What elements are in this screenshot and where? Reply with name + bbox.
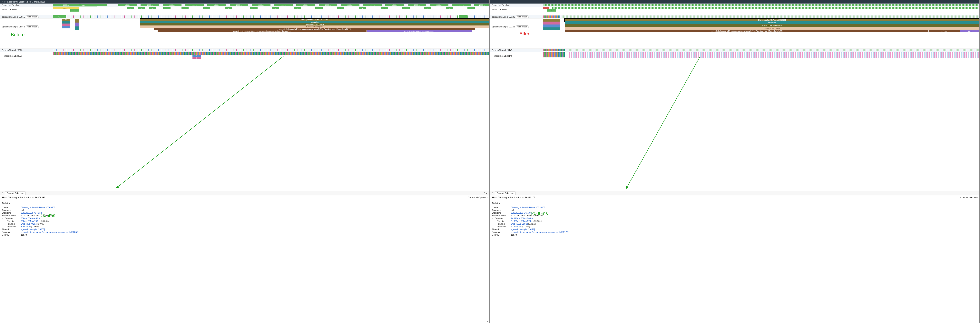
expected-frame-block[interactable]: 1600… <box>230 4 248 6</box>
slice-tiny[interactable] <box>543 22 560 24</box>
slice-tiny[interactable] <box>459 15 468 18</box>
slice-compose-recompose[interactable]: Compose:recompose <box>140 25 489 28</box>
slice-tiny[interactable] <box>75 19 79 22</box>
kv-value-sleeping[interactable]: 2s 301ms 882us 574ns <box>511 220 533 222</box>
chevron-down-icon[interactable]: ⌄ <box>486 192 488 194</box>
track-label-actual[interactable]: Actual Timeline <box>490 7 543 12</box>
actual-frame-small[interactable]: 1 <box>315 7 323 9</box>
track-label-renderthread[interactable]: RenderThread 29145 <box>490 49 543 52</box>
thread-activity-strip[interactable] <box>543 49 565 51</box>
slice-tiny[interactable] <box>543 24 560 27</box>
actual-frame-small[interactable]: 1 <box>359 7 366 9</box>
actual-frame-small[interactable]: 1 <box>127 7 134 9</box>
kv-value-thread[interactable]: egressionsample [29126] <box>511 228 535 231</box>
slice-choreographer-doframe[interactable]: Choreographer#doFrame 16009435 <box>140 19 489 21</box>
kv-key-running[interactable]: ›Running <box>492 223 508 225</box>
actual-frame-small[interactable]: 1 <box>446 7 453 9</box>
kv-value-process[interactable]: com.github.theapache64.composeregression… <box>21 231 79 233</box>
track-label-thread[interactable]: egressionsample 28855 main thread <box>0 19 53 35</box>
kv-value-thread[interactable]: egressionsample [28855] <box>21 228 45 231</box>
slice-tiny[interactable] <box>543 19 560 22</box>
track-label-expected[interactable]: Expected Timeline <box>0 3 53 7</box>
kv-value-starttime[interactable]: 00:00:35.656 414 332 <box>21 212 42 214</box>
slice-recomposer[interactable]: Recomposer:recompose <box>565 24 979 27</box>
expected-frame-block[interactable]: 1600… <box>408 4 426 6</box>
kv-value-sleeping[interactable]: 300ms 385us 706ns <box>21 220 40 222</box>
more-icon[interactable]: ⋮ <box>1 191 4 195</box>
expected-frame-block[interactable]: 1600… <box>140 4 159 6</box>
kv-value-starttime[interactable]: 00:00:09.193 241 706 <box>511 212 532 214</box>
thread-activity-strip[interactable] <box>569 49 979 51</box>
actual-frame-small[interactable]: 1 <box>294 7 301 9</box>
slice-tiny[interactable] <box>75 27 79 30</box>
timeline-region[interactable]: Expected Timeline 1600… 1600… 1600… 1600… <box>0 3 489 191</box>
actual-frame-small[interactable]: 1 <box>203 7 210 9</box>
track-label-renderthread[interactable]: RenderThread 28873 <box>0 49 53 52</box>
thread-activity-strip[interactable] <box>53 49 489 51</box>
expected-frame-block[interactable]: 1600… <box>118 4 137 6</box>
chevron-right-icon[interactable]: › <box>2 223 3 225</box>
expected-frame-block[interactable]: 1600… <box>341 4 360 6</box>
chevron-down-icon[interactable]: ⌄ <box>492 217 493 219</box>
expected-frame-block[interactable]: 1600… <box>70 4 97 6</box>
slice-tiny[interactable]: C <box>62 19 70 21</box>
chevron-up-icon[interactable]: ⌃ <box>2 1 3 3</box>
slice-compose-recompose[interactable]: Compose:recompose <box>565 27 979 30</box>
actual-frame-small[interactable]: 1 <box>70 10 79 11</box>
kv-value-name[interactable]: Choreographer#doFrame 16010105 <box>511 206 545 208</box>
slice-tiny[interactable] <box>62 24 70 26</box>
expected-frame-block[interactable]: 1600… <box>296 4 315 6</box>
slice-render-p[interactable]: p <box>192 57 201 59</box>
expected-frame-block[interactable]: 1600… <box>452 4 471 6</box>
slice-animation[interactable]: animation <box>140 21 489 23</box>
contextual-options-button[interactable]: Contextual Options ▾ <box>468 196 488 199</box>
expected-frame-block[interactable]: 1600… <box>319 4 337 6</box>
slice-mainactivity-myapp[interactable]: com.github.theapache64.composeregression… <box>565 30 929 32</box>
slice-tiny[interactable]: R… <box>53 15 66 18</box>
slice-recomposer[interactable]: Recomposer:recompose <box>140 23 489 25</box>
slice-composere[interactable]: com.github.theapache64.composere… <box>367 30 472 32</box>
actual-frame-small[interactable]: 1 <box>149 7 156 9</box>
thread-activity-strip[interactable] <box>53 53 489 55</box>
thread-activity-strip[interactable] <box>53 16 489 18</box>
kv-value-duration[interactable]: 2s 311ms 558us 564ns <box>511 217 533 220</box>
expected-frame-block[interactable]: 1600… <box>430 4 449 6</box>
actual-frame-small[interactable]: 1 <box>402 7 410 9</box>
slice-tiny[interactable] <box>62 21 70 24</box>
contextual-options-button[interactable]: Contextual Option <box>960 196 978 199</box>
tab-current-selection[interactable]: Current Selection <box>495 191 515 195</box>
actual-frame-small[interactable]: 1 <box>337 7 344 9</box>
actual-frame-block-selected[interactable]: 1600… <box>53 7 79 9</box>
kv-value-running[interactable]: 9ms 468us 908ns <box>511 223 528 225</box>
slice-tiny[interactable] <box>62 26 70 29</box>
thread-activity-strip[interactable] <box>563 16 979 18</box>
slice-tiny[interactable] <box>75 22 79 27</box>
actual-frame-small[interactable]: 1 <box>424 7 431 9</box>
thread-activity-strip[interactable] <box>543 16 560 18</box>
expected-frame-block[interactable]: 1600… <box>363 4 382 6</box>
kv-value-name[interactable]: Choreographer#doFrame 16009435 <box>21 206 55 208</box>
slice-comgit[interactable]: com.git… <box>929 30 960 32</box>
expected-frame-block[interactable]: 1600… <box>163 4 181 6</box>
actual-frame-ticks[interactable] <box>552 7 979 9</box>
timeline-region[interactable]: Expected Timeline Actual Timeline 1 <box>490 3 979 191</box>
actual-frame-small[interactable]: 1 <box>163 7 170 9</box>
actual-frame-small[interactable]: 1 <box>381 7 388 9</box>
expected-frame-block[interactable]: 1600… <box>274 4 293 6</box>
track-label-renderthread[interactable]: RenderThread 28873 <box>0 52 53 60</box>
kv-key-duration[interactable]: ⌄Duration <box>2 217 18 220</box>
chevron-down-icon[interactable]: ⌄ <box>2 217 3 219</box>
track-label-thread[interactable]: egressionsample 28855 main thread <box>0 15 53 18</box>
actual-frame-small[interactable]: 1 <box>547 10 556 11</box>
track-label-expected[interactable]: Expected Timeline <box>490 3 543 7</box>
expected-frame-block[interactable]: 1600… <box>474 4 489 6</box>
kv-key-running[interactable]: ›Running <box>2 223 18 225</box>
track-label-thread[interactable]: egressionsample 29126 main thread <box>490 15 543 18</box>
tab-current-selection[interactable]: Current Selection <box>5 191 25 195</box>
slice-animation[interactable]: animation <box>565 21 979 24</box>
kv-value-runnable[interactable]: 207us 82ns <box>511 225 522 228</box>
pin-icon[interactable]: ⤒ <box>483 192 485 194</box>
scroll-down-icon[interactable]: ⌄ <box>486 320 488 323</box>
expected-frame-block[interactable]: 1600… <box>252 4 270 6</box>
track-label-actual[interactable]: Actual Timeline <box>0 7 53 12</box>
